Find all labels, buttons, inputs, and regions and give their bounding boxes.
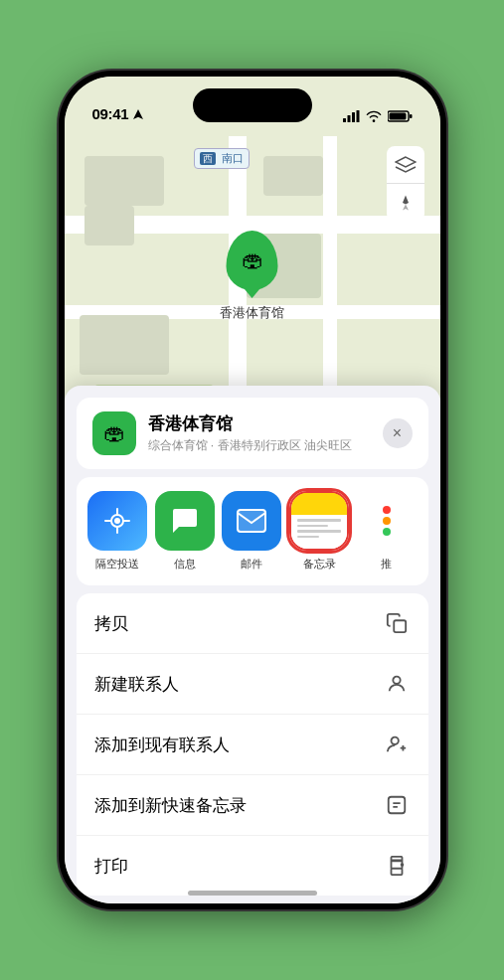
- share-action-airdrop[interactable]: 隔空投送: [84, 491, 152, 572]
- map-label: 西 南口: [194, 148, 250, 169]
- share-action-messages[interactable]: 信息: [151, 491, 219, 572]
- svg-rect-0: [343, 118, 346, 122]
- svg-point-13: [391, 737, 398, 744]
- share-action-more[interactable]: 推: [353, 491, 420, 572]
- bottom-sheet: 🏟 香港体育馆 综合体育馆 · 香港特别行政区 油尖旺区 ×: [65, 386, 440, 903]
- wifi-icon: [366, 110, 382, 122]
- airdrop-icon: [102, 506, 132, 536]
- map-building: [263, 156, 323, 196]
- svg-rect-19: [391, 869, 402, 875]
- add-notes-icon: [383, 791, 411, 819]
- map-controls: [387, 146, 424, 222]
- mail-label: 邮件: [241, 557, 262, 572]
- svg-point-8: [114, 518, 120, 524]
- messages-icon-bg: [155, 491, 215, 551]
- print-label: 打印: [94, 855, 128, 878]
- location-arrow-icon: [132, 108, 144, 120]
- phone-frame: 09:41: [59, 71, 446, 909]
- location-venue-icon: 🏟: [103, 420, 125, 446]
- notes-label: 备忘录: [303, 557, 336, 572]
- mail-icon-bg: [222, 491, 281, 551]
- menu-item-print[interactable]: 打印: [77, 836, 428, 896]
- airdrop-icon-bg: [87, 491, 147, 551]
- svg-rect-3: [356, 110, 359, 122]
- mail-icon: [236, 508, 267, 534]
- more-label: 推: [381, 557, 392, 572]
- svg-rect-5: [410, 114, 413, 118]
- svg-rect-1: [347, 115, 350, 122]
- svg-rect-9: [238, 510, 265, 532]
- add-existing-label: 添加到现有联系人: [94, 734, 230, 756]
- location-card: 🏟 香港体育馆 综合体育馆 · 香港特别行政区 油尖旺区 ×: [77, 398, 428, 469]
- svg-rect-6: [389, 113, 406, 120]
- new-contact-label: 新建联系人: [94, 673, 179, 696]
- battery-icon: [388, 110, 413, 122]
- status-icons: [343, 110, 413, 122]
- svg-point-12: [393, 677, 400, 684]
- location-button[interactable]: [387, 184, 424, 222]
- location-icon-wrap: 🏟: [92, 411, 136, 455]
- stadium-marker[interactable]: 🏟 香港体育馆: [220, 231, 284, 322]
- messages-icon: [169, 505, 201, 537]
- layers-icon: [395, 156, 417, 174]
- menu-list: 拷贝 新建联系人: [77, 593, 428, 896]
- stadium-marker-label: 香港体育馆: [220, 304, 284, 322]
- add-existing-icon: [383, 731, 411, 758]
- airdrop-label: 隔空投送: [95, 557, 139, 572]
- map-building: [80, 315, 169, 375]
- phone-screen: 09:41: [65, 77, 440, 903]
- share-actions-row: 隔空投送 信息: [77, 477, 428, 585]
- map-label-text: 南口: [222, 152, 244, 164]
- status-bar: 09:41: [65, 77, 440, 130]
- svg-point-21: [401, 864, 403, 866]
- notes-icon-bg: [289, 491, 349, 551]
- map-building: [84, 156, 164, 206]
- status-time: 09:41: [92, 105, 129, 122]
- svg-rect-2: [352, 112, 355, 122]
- signal-icon: [343, 110, 360, 122]
- location-info: 香港体育馆 综合体育馆 · 香港特别行政区 油尖旺区: [148, 412, 371, 454]
- messages-label: 信息: [174, 557, 196, 572]
- menu-item-add-notes[interactable]: 添加到新快速备忘录: [77, 775, 428, 836]
- menu-item-new-contact[interactable]: 新建联系人: [77, 654, 428, 715]
- home-indicator: [188, 891, 317, 896]
- new-contact-icon: [383, 670, 411, 698]
- copy-label: 拷贝: [94, 612, 128, 635]
- svg-rect-16: [388, 797, 405, 814]
- share-action-mail[interactable]: 邮件: [219, 491, 286, 572]
- share-action-notes[interactable]: 备忘录: [285, 491, 353, 572]
- copy-icon: [383, 609, 411, 637]
- location-name: 香港体育馆: [148, 412, 371, 435]
- more-dots-icon: [383, 506, 391, 536]
- stadium-pin: 🏟: [227, 231, 278, 290]
- svg-rect-20: [391, 857, 402, 862]
- print-icon: [383, 852, 411, 880]
- map-layers-button[interactable]: [387, 146, 424, 184]
- svg-rect-11: [394, 620, 406, 632]
- menu-item-copy[interactable]: 拷贝: [77, 593, 428, 654]
- add-notes-label: 添加到新快速备忘录: [94, 794, 247, 817]
- menu-item-add-existing[interactable]: 添加到现有联系人: [77, 715, 428, 775]
- more-icon-wrap: [357, 491, 417, 551]
- map-building: [84, 206, 134, 245]
- compass-icon: [397, 194, 415, 212]
- close-button[interactable]: ×: [383, 418, 413, 448]
- location-subtitle: 综合体育馆 · 香港特别行政区 油尖旺区: [148, 437, 371, 454]
- stadium-pin-icon: 🏟: [242, 247, 263, 273]
